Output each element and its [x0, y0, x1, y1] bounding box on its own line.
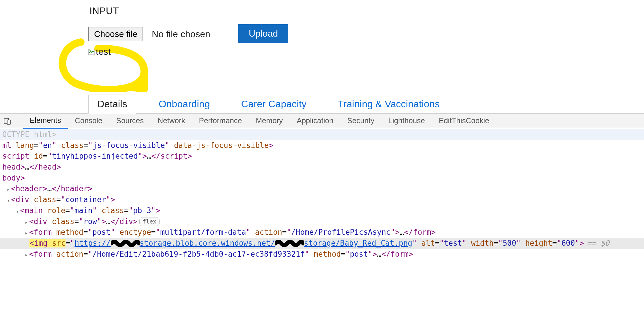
- tab-carer-capacity[interactable]: Carer Capacity: [233, 95, 315, 114]
- svg-rect-3: [7, 120, 10, 124]
- devtools-tab-elements[interactable]: Elements: [23, 113, 68, 129]
- annotation-circle: [58, 37, 150, 92]
- broken-image-alt: test: [96, 46, 111, 57]
- devtools-separator: [19, 116, 19, 125]
- devtools-tab-console[interactable]: Console: [68, 113, 109, 128]
- dom-row-div[interactable]: <div class="row">…</div>flex: [0, 216, 644, 227]
- devtools-tab-security[interactable]: Security: [340, 113, 381, 128]
- tab-onboarding[interactable]: Onboarding: [150, 95, 219, 114]
- dom-form-upload[interactable]: <form method="post" enctype="multipart/f…: [0, 227, 644, 238]
- input-heading: INPUT: [89, 5, 644, 16]
- flex-badge[interactable]: flex: [139, 217, 160, 226]
- devtools-tab-editthiscookie[interactable]: EditThisCookie: [432, 113, 496, 128]
- devtools-tab-application[interactable]: Application: [290, 113, 340, 128]
- dom-head[interactable]: head>…</head>: [0, 162, 644, 173]
- broken-image: test: [88, 46, 644, 57]
- devtools-tab-network[interactable]: Network: [151, 113, 192, 128]
- dom-doctype[interactable]: OCTYPE html>: [0, 129, 644, 140]
- dom-form-edit[interactable]: <form action="/Home/Edit/21bab619-f2b5-4…: [0, 249, 644, 260]
- file-status-text: No file chosen: [152, 29, 210, 40]
- dom-html-open[interactable]: ml lang="en" class="js-focus-visible" da…: [0, 140, 644, 151]
- broken-image-icon: [88, 49, 95, 55]
- dom-body[interactable]: body>: [0, 173, 644, 184]
- choose-file-button[interactable]: Choose file: [88, 27, 143, 41]
- device-toggle-icon[interactable]: [3, 117, 12, 125]
- dom-script[interactable]: script id="tinyhippos-injected">…</scrip…: [0, 151, 644, 162]
- dom-header[interactable]: <header>…</header>: [0, 183, 644, 194]
- devtools-tabbar: Elements Console Sources Network Perform…: [0, 114, 644, 128]
- page-tabs: Details Onboarding Carer Capacity Traini…: [88, 95, 644, 114]
- devtools-tab-lighthouse[interactable]: Lighthouse: [381, 113, 432, 128]
- redaction-scribble: [111, 238, 140, 249]
- dom-tree[interactable]: OCTYPE html> ml lang="en" class="js-focu…: [0, 128, 644, 262]
- tab-details[interactable]: Details: [88, 95, 136, 114]
- devtools-tab-memory[interactable]: Memory: [249, 113, 290, 128]
- devtools-tab-sources[interactable]: Sources: [109, 113, 151, 128]
- tab-training-vaccinations[interactable]: Training & Vaccinations: [329, 95, 448, 114]
- selected-element-hint: == $0: [587, 239, 609, 247]
- redaction-scribble: [275, 238, 304, 249]
- dom-container[interactable]: <div class="container">: [0, 194, 644, 205]
- upload-button[interactable]: Upload: [238, 24, 288, 43]
- dom-img-selected[interactable]: <img src="https://storage.blob.core.wind…: [0, 238, 644, 249]
- devtools-panel: Elements Console Sources Network Perform…: [0, 113, 644, 262]
- dom-main[interactable]: <main role="main" class="pb-3">: [0, 205, 644, 216]
- devtools-tab-performance[interactable]: Performance: [192, 113, 249, 128]
